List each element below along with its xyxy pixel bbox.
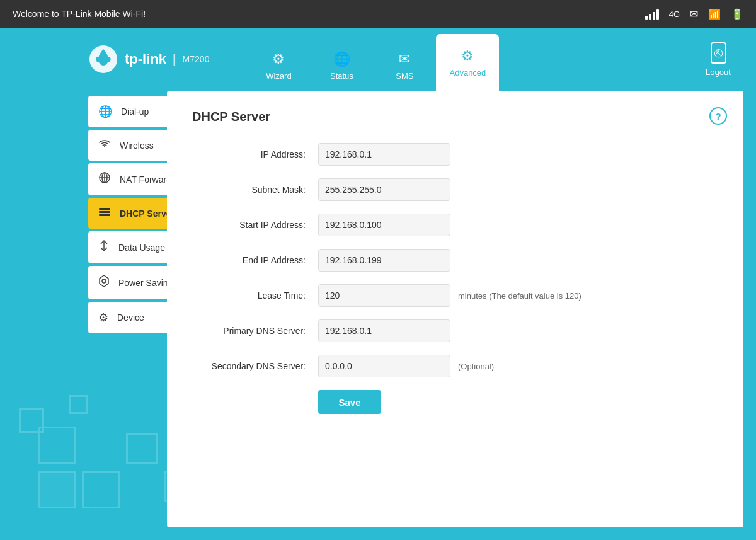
lease-time-row: Lease Time: minutes (The default value i… bbox=[192, 284, 718, 307]
svg-rect-5 bbox=[99, 208, 110, 210]
subnet-mask-row: Subnet Mask: bbox=[192, 178, 718, 201]
lease-time-label: Lease Time: bbox=[192, 290, 318, 301]
end-ip-input[interactable] bbox=[318, 249, 450, 272]
lease-time-note: minutes (The default value is 120) bbox=[458, 291, 581, 301]
secondary-dns-label: Secondary DNS Server: bbox=[192, 361, 318, 371]
primary-dns-label: Primary DNS Server: bbox=[192, 326, 318, 336]
content-panel: DHCP Server ? IP Address: Subnet Mask: S… bbox=[167, 91, 743, 527]
subnet-mask-label: Subnet Mask: bbox=[192, 185, 318, 195]
lease-time-input[interactable] bbox=[318, 284, 450, 307]
mail-icon: ✉ bbox=[690, 8, 698, 20]
tab-status-label: Status bbox=[330, 71, 353, 81]
sidebar-label-dhcp: DHCP Server bbox=[120, 209, 175, 219]
logout-button[interactable]: ⎋ Logout bbox=[693, 42, 743, 77]
end-ip-label: End IP Address: bbox=[192, 255, 318, 265]
signal-icon bbox=[645, 8, 659, 20]
svg-point-9 bbox=[102, 279, 106, 283]
wifi-icon: 📶 bbox=[708, 8, 721, 20]
tab-advanced[interactable]: ⚙ Advanced bbox=[436, 34, 499, 91]
device-icon: ⚙ bbox=[98, 311, 108, 325]
top-bar: Welcome to TP-Link Mobile Wi-Fi! 4G ✉ 📶 … bbox=[0, 0, 756, 28]
model-name: M7200 bbox=[183, 54, 210, 64]
sidebar-label-wireless: Wireless bbox=[120, 141, 154, 151]
help-icon-symbol: ? bbox=[715, 111, 721, 122]
tab-sms[interactable]: ✉ SMS bbox=[373, 40, 436, 91]
svg-rect-7 bbox=[99, 214, 110, 216]
secondary-dns-row: Secondary DNS Server: (Optional) bbox=[192, 355, 718, 377]
battery-icon: 🔋 bbox=[731, 8, 743, 20]
logo-text: tp-link bbox=[125, 51, 166, 67]
primary-dns-row: Primary DNS Server: bbox=[192, 319, 718, 342]
tab-wizard-label: Wizard bbox=[266, 71, 291, 81]
sidebar-label-power-saving: Power Saving bbox=[118, 278, 173, 288]
sms-icon: ✉ bbox=[399, 51, 410, 67]
status-icon: 🌐 bbox=[333, 51, 350, 67]
logout-label: Logout bbox=[706, 67, 731, 77]
nav-tabs: ⚙ Wizard 🌐 Status ✉ SMS ⚙ Advanced bbox=[247, 28, 693, 91]
advanced-icon: ⚙ bbox=[461, 48, 474, 64]
main-area: 🌐 Dial-up Wireless bbox=[0, 91, 756, 540]
end-ip-row: End IP Address: bbox=[192, 249, 718, 272]
ip-address-label: IP Address: bbox=[192, 149, 318, 159]
data-usage-icon bbox=[98, 240, 110, 255]
secondary-dns-input[interactable] bbox=[318, 355, 450, 377]
dial-up-icon: 🌐 bbox=[98, 105, 112, 118]
logo-divider: | bbox=[173, 52, 176, 67]
start-ip-label: Start IP Address: bbox=[192, 220, 318, 230]
nat-icon bbox=[98, 172, 111, 187]
tp-link-logo-icon bbox=[88, 44, 118, 74]
tab-advanced-label: Advanced bbox=[450, 68, 486, 78]
start-ip-input[interactable] bbox=[318, 214, 450, 236]
panel-title: DHCP Server bbox=[192, 110, 718, 124]
primary-dns-input[interactable] bbox=[318, 319, 450, 342]
logout-icon: ⎋ bbox=[711, 42, 726, 64]
tab-status[interactable]: 🌐 Status bbox=[310, 40, 373, 91]
dhcp-icon bbox=[98, 207, 111, 220]
start-ip-row: Start IP Address: bbox=[192, 214, 718, 236]
svg-rect-6 bbox=[99, 211, 110, 213]
logo-area: tp-link | M7200 bbox=[88, 44, 209, 74]
save-button[interactable]: Save bbox=[318, 390, 381, 414]
ip-address-row: IP Address: bbox=[192, 143, 718, 166]
status-icons: 4G ✉ 📶 🔋 bbox=[645, 8, 743, 20]
sidebar: 🌐 Dial-up Wireless bbox=[0, 91, 154, 540]
tab-sms-label: SMS bbox=[396, 71, 413, 81]
header: tp-link | M7200 ⚙ Wizard 🌐 Status ✉ SMS … bbox=[0, 28, 756, 91]
sidebar-label-device: Device bbox=[117, 313, 144, 323]
network-type: 4G bbox=[669, 9, 680, 19]
tab-wizard[interactable]: ⚙ Wizard bbox=[247, 40, 310, 91]
subnet-mask-input[interactable] bbox=[318, 178, 450, 201]
help-button[interactable]: ? bbox=[709, 107, 727, 125]
power-saving-icon bbox=[98, 275, 110, 290]
ip-address-input[interactable] bbox=[318, 143, 450, 166]
sidebar-label-dial-up: Dial-up bbox=[121, 106, 149, 117]
secondary-dns-note: (Optional) bbox=[458, 362, 494, 371]
wizard-icon: ⚙ bbox=[272, 51, 285, 67]
wireless-icon bbox=[98, 139, 111, 152]
welcome-text: Welcome to TP-Link Mobile Wi-Fi! bbox=[13, 9, 146, 19]
